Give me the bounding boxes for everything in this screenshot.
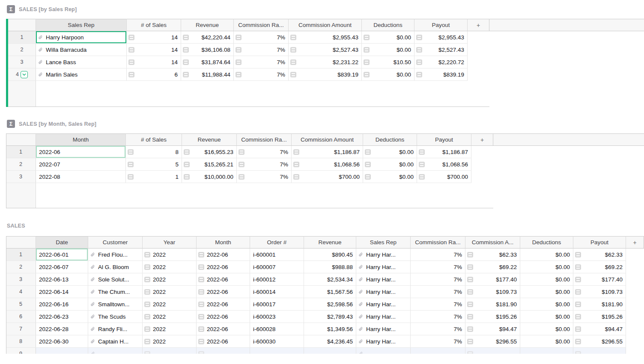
cell-month[interactable]: 2022-06 <box>197 311 250 323</box>
cell-year[interactable]: 2022 <box>143 273 197 285</box>
cell-deductions[interactable]: $0.00 <box>520 286 573 298</box>
cell-payout[interactable]: $109.73 <box>573 286 626 298</box>
cell-customer[interactable]: The Scuds <box>88 311 143 323</box>
column-header-commission-amount[interactable]: Commission Amount <box>289 19 362 31</box>
cell-month[interactable]: 2022-06 <box>36 146 126 158</box>
row-number[interactable]: 3 <box>6 171 36 183</box>
column-header-deductions[interactable]: Deductions <box>362 19 414 31</box>
row-number[interactable]: 4 <box>8 68 36 80</box>
cell-revenue[interactable]: $1,567.56 <box>304 286 356 298</box>
row-number[interactable]: 8 <box>6 335 36 347</box>
cell-commission-amount[interactable]: $839.19 <box>289 68 362 80</box>
cell-revenue[interactable]: $988.88 <box>304 261 356 273</box>
column-header-deductions[interactable]: Deductions <box>363 133 417 146</box>
row-number-header[interactable] <box>6 236 36 249</box>
column-header-payout[interactable]: Payout <box>417 133 471 146</box>
cell-order[interactable]: i-600023 <box>250 311 304 323</box>
cell-year[interactable]: 2022 <box>143 298 197 310</box>
cell-payout[interactable]: $1,186.87 <box>417 146 471 158</box>
cell-commission-a[interactable]: $94.47 <box>465 323 520 335</box>
row-number[interactable]: 1 <box>8 31 36 43</box>
column-header-of-sales[interactable]: # of Sales <box>127 19 181 31</box>
cell-commission-ra[interactable]: 7% <box>234 31 289 43</box>
cell-commission-a[interactable]: $296.55 <box>465 335 520 347</box>
cell-commission-ra[interactable]: 7% <box>411 261 465 273</box>
column-header-month[interactable]: Month <box>197 236 250 249</box>
cell-commission-a[interactable]: $195.26 <box>465 311 520 323</box>
cell-sales-rep[interactable]: Harry Har... <box>356 249 411 260</box>
cell-month[interactable]: 2022-06 <box>197 323 250 335</box>
cell-order[interactable]: i-600012 <box>250 273 304 285</box>
row-number[interactable]: 1 <box>6 146 36 158</box>
row-expander-button[interactable] <box>21 71 28 78</box>
column-header-payout[interactable]: Payout <box>573 236 626 249</box>
cell-deductions[interactable]: $0.00 <box>362 31 414 43</box>
cell-order[interactable]: i-600028 <box>250 323 304 335</box>
cell-year[interactable] <box>143 348 197 354</box>
row-number[interactable]: 3 <box>8 56 36 68</box>
cell-revenue[interactable]: $890.45 <box>304 249 356 260</box>
row-number-header[interactable] <box>8 19 36 31</box>
cell-customer[interactable]: Captain H... <box>88 335 143 347</box>
cell-deductions[interactable]: $10.50 <box>362 56 414 68</box>
cell-month[interactable]: 2022-07 <box>36 158 126 170</box>
cell-commission-ra[interactable]: 7% <box>234 56 289 68</box>
column-header-revenue[interactable]: Revenue <box>304 236 356 249</box>
cell-sales-rep[interactable]: Harry Har... <box>356 261 411 273</box>
cell-payout[interactable]: $1,068.56 <box>417 158 471 170</box>
cell-month[interactable]: 2022-06 <box>197 273 250 285</box>
cell-date[interactable]: 2022-06-14 <box>36 286 88 298</box>
cell-commission-ra[interactable] <box>411 348 465 354</box>
column-header-customer[interactable]: Customer <box>88 236 143 249</box>
column-header-commission-ra[interactable]: Commission Ra... <box>234 19 289 31</box>
cell-revenue[interactable]: $16,955.23 <box>182 146 237 158</box>
cell-commission-amount[interactable]: $2,955.43 <box>289 31 362 43</box>
cell-date[interactable]: 2022-06-13 <box>36 273 88 285</box>
cell-date[interactable]: 2022-06-07 <box>36 261 88 273</box>
cell-payout[interactable]: $296.55 <box>573 335 626 347</box>
cell-commission-ra[interactable]: 7% <box>234 68 289 80</box>
cell-deductions[interactable]: $0.00 <box>520 311 573 323</box>
cell-year[interactable]: 2022 <box>143 311 197 323</box>
column-header-commission-ra[interactable]: Commission Ra... <box>237 133 292 146</box>
cell-year[interactable]: 2022 <box>143 335 197 347</box>
cell-payout[interactable]: $839.19 <box>414 68 468 80</box>
cell-deductions[interactable]: $0.00 <box>363 158 417 170</box>
cell-customer[interactable] <box>88 348 143 354</box>
column-header-month[interactable]: Month <box>36 133 126 146</box>
cell-month[interactable]: 2022-08 <box>36 171 126 183</box>
cell-order[interactable]: i-600001 <box>250 249 304 260</box>
cell-date[interactable]: 2022-06-23 <box>36 311 88 323</box>
cell-sales-rep[interactable]: Harry Har... <box>356 323 411 335</box>
row-number[interactable]: 5 <box>6 298 36 310</box>
cell-sales-rep[interactable]: Marlin Sales <box>36 68 127 80</box>
cell-commission-ra[interactable]: 7% <box>411 286 465 298</box>
cell-commission-ra[interactable]: 7% <box>411 323 465 335</box>
cell-payout[interactable]: $181.90 <box>573 298 626 310</box>
cell-order[interactable]: i-600014 <box>250 286 304 298</box>
cell-sales-rep[interactable]: Harry Harpoon <box>36 31 127 43</box>
row-number[interactable]: 4 <box>6 286 36 298</box>
column-header-of-sales[interactable]: # of Sales <box>126 133 182 146</box>
cell-revenue[interactable]: $15,265.21 <box>182 158 237 170</box>
cell-commission-amount[interactable]: $2,231.22 <box>289 56 362 68</box>
cell-month[interactable] <box>197 348 250 354</box>
column-header-commission-a[interactable]: Commission A... <box>465 236 520 249</box>
column-header-commission-amount[interactable]: Commission Amount <box>292 133 363 146</box>
cell-deductions[interactable]: $0.00 <box>362 68 414 80</box>
column-header-sales-rep[interactable]: Sales Rep <box>36 19 127 31</box>
cell-date[interactable]: 2022-06-30 <box>36 335 88 347</box>
cell-revenue[interactable]: $42,220.44 <box>181 31 234 43</box>
cell-payout[interactable]: $94.47 <box>573 323 626 335</box>
cell-commission-a[interactable]: $62.33 <box>465 249 520 260</box>
cell-commission-a[interactable]: $69.22 <box>465 261 520 273</box>
cell-date[interactable]: 2022-06-16 <box>36 298 88 310</box>
cell-year[interactable]: 2022 <box>143 261 197 273</box>
row-number[interactable]: 2 <box>6 261 36 273</box>
cell-revenue[interactable]: $2,598.56 <box>304 298 356 310</box>
cell-sales-rep[interactable]: Harry Har... <box>356 311 411 323</box>
cell-payout[interactable]: $700.00 <box>417 171 471 183</box>
cell-payout[interactable]: $2,220.72 <box>414 56 468 68</box>
cell-of-sales[interactable]: 14 <box>127 44 181 56</box>
cell-commission-ra[interactable]: 7% <box>237 171 292 183</box>
